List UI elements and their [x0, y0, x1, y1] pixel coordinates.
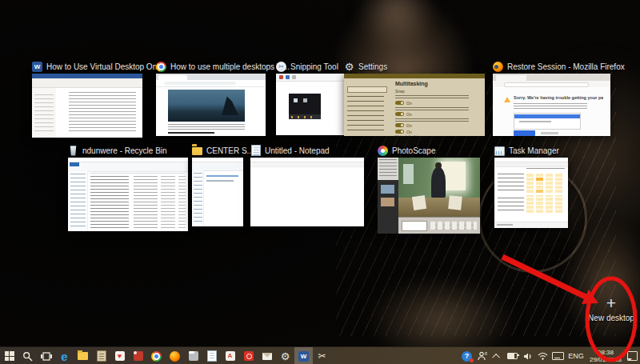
settings-section2-heading: Virtual desktops — [395, 134, 423, 136]
help-tray-button[interactable]: ? — [459, 347, 474, 364]
file-tab — [70, 162, 79, 166]
word-button-active[interactable]: W — [294, 347, 313, 364]
date-column — [134, 176, 158, 229]
photo-person — [431, 167, 446, 198]
window-thumbnail-settings[interactable]: ⚙ Settings Multitasking Snap On On On On — [344, 61, 485, 136]
heart-icon: ♥ — [115, 351, 125, 361]
settings-subheading: Snap — [395, 89, 405, 94]
photo-paper-2 — [448, 195, 462, 210]
volume-tray-button[interactable] — [520, 347, 535, 364]
folder-icon — [192, 147, 202, 155]
window-thumbnail-chrome[interactable]: How to use multiple desktops in... — [156, 61, 266, 136]
window-title-row: How to use multiple desktops in... — [156, 61, 266, 72]
notepad-icon — [251, 145, 261, 156]
file-name-column — [90, 176, 129, 229]
settings-button[interactable]: ⚙ — [276, 347, 294, 364]
toggle-label-2: On — [406, 112, 412, 117]
chrome-icon — [151, 351, 162, 362]
file-item-line-2 — [206, 180, 234, 182]
window-title: Untitled - Notepad — [265, 146, 330, 155]
status-text-line — [497, 224, 513, 226]
restore-button — [514, 130, 535, 136]
edge-button[interactable]: e — [55, 347, 74, 364]
clipboard-app-button[interactable] — [92, 347, 110, 364]
warning-triangle-icon — [504, 94, 510, 102]
window-thumbnail-snipping-tool[interactable]: ✂ Snipping Tool — [276, 61, 350, 135]
network-wifi-icon — [538, 352, 548, 360]
gray-app-button[interactable] — [184, 347, 202, 364]
action-center-button[interactable] — [625, 347, 640, 364]
acrobat-button[interactable] — [239, 347, 258, 364]
battery-tray-button[interactable] — [505, 347, 520, 364]
task-manager-icon-wrap — [494, 146, 505, 156]
new-desktop-button[interactable]: + New desktop — [581, 294, 640, 322]
chrome-urlbar — [164, 82, 236, 85]
search-button[interactable] — [18, 347, 37, 364]
start-button[interactable] — [0, 347, 18, 364]
people-icon: R — [478, 351, 487, 361]
notepad-menubar — [250, 162, 364, 167]
language-indicator[interactable]: ENG — [566, 347, 586, 364]
mail-button[interactable] — [258, 347, 276, 364]
window-thumbnail-center-s-folder[interactable]: CENTER S... — [192, 145, 243, 226]
word-nav-lines — [34, 94, 54, 134]
window-preview-notepad — [250, 158, 364, 226]
health-app-button[interactable]: ♥ — [110, 347, 129, 364]
window-thumbnail-recycle-bin[interactable]: ndunwere - Recycle Bin — [68, 145, 188, 231]
chrome-button[interactable] — [147, 347, 166, 364]
action-center-icon — [627, 351, 638, 361]
restore-session-list — [514, 113, 581, 130]
window-thumbnail-photoscape[interactable]: PhotoScape — [378, 145, 480, 234]
task-view-screen: W How to Use Virtual Desktop On... How t… — [0, 0, 640, 364]
adobe-icon: A — [226, 351, 235, 361]
window-title: Snipping Tool — [290, 62, 338, 71]
plus-icon: + — [581, 294, 640, 312]
word-letter: W — [34, 63, 41, 70]
window-title: CENTER S... — [206, 146, 254, 155]
file-explorer-button[interactable] — [74, 347, 92, 364]
column-headers — [526, 168, 565, 171]
nav-tree-lines — [194, 173, 202, 224]
settings-sidebar-items — [347, 96, 384, 133]
hero-rock-silhouette — [218, 94, 238, 115]
settings-paragraph-2 — [395, 107, 469, 111]
controls-input-box — [402, 221, 427, 231]
photoscape-folder-tree — [378, 158, 398, 180]
window-title: Restore Session - Mozilla Firefox — [507, 62, 625, 71]
notepad-icon — [207, 350, 217, 362]
gear-glyph: ⚙ — [345, 61, 354, 73]
people-button[interactable]: R — [474, 347, 490, 364]
touch-keyboard-button[interactable] — [550, 347, 566, 364]
word-icon: W — [32, 62, 42, 72]
battery-icon — [507, 353, 518, 359]
clock[interactable]: 08:38 29/01/2018 — [586, 349, 625, 363]
red-app-button[interactable] — [129, 347, 147, 364]
task-view-button[interactable] — [37, 347, 55, 364]
window-thumbnail-task-manager[interactable]: Task Manager — [494, 145, 568, 228]
photo-thumb-1 — [381, 185, 394, 194]
capture-tile-2 — [303, 98, 307, 102]
network-tray-button[interactable] — [535, 347, 550, 364]
photoscape-controls — [398, 217, 480, 234]
window-thumbnail-firefox[interactable]: Restore Session - Mozilla Firefox Sorry.… — [493, 61, 610, 136]
explorer-nav-pane — [192, 170, 204, 226]
speaker-icon — [523, 352, 533, 361]
explorer-nav-pane — [68, 171, 88, 231]
help-icon: ? — [462, 351, 472, 362]
show-hidden-icons-button[interactable] — [490, 347, 505, 364]
notepad-button[interactable] — [202, 347, 221, 364]
snipping-tool-button[interactable]: ✂ — [313, 347, 331, 364]
firefox-icon — [493, 62, 503, 72]
window-title-row: ✂ Snipping Tool — [276, 61, 350, 72]
window-thumbnail-word[interactable]: W How to Use Virtual Desktop On... — [32, 61, 142, 138]
adobe-app-button[interactable]: A — [221, 347, 239, 364]
window-title: How to use multiple desktops in... — [170, 62, 290, 71]
firefox-button[interactable] — [166, 347, 184, 364]
window-preview-recycle-bin — [68, 158, 188, 231]
window-thumbnail-notepad[interactable]: Untitled - Notepad — [250, 145, 364, 226]
chevron-up-icon — [492, 353, 500, 361]
photoscape-photo — [398, 158, 480, 218]
photo-paper-1 — [412, 195, 426, 210]
clock-time: 08:38 — [586, 349, 625, 356]
snipping-save-button — [292, 75, 296, 79]
